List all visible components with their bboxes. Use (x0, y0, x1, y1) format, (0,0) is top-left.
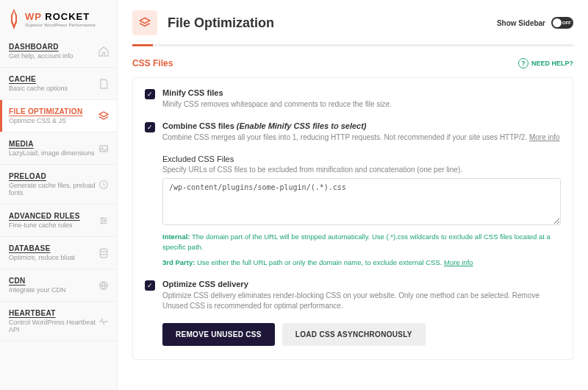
header-layers-icon (132, 10, 157, 35)
database-icon (98, 247, 110, 259)
sidebar: WP ROCKET Superior WordPress Performance… (0, 0, 118, 390)
svg-point-6 (100, 249, 107, 252)
optimize-delivery-checkbox[interactable]: ✓ (145, 280, 155, 291)
sidebar-item-heartbeat[interactable]: HEARTBEATControl WordPress Heartbeat API (0, 302, 117, 341)
heartbeat-icon (98, 316, 110, 327)
logo-rocket: ROCKET (45, 11, 90, 22)
sidebar-item-cdn[interactable]: CDNIntegrate your CDN (0, 269, 117, 302)
logo-wp: WP (25, 11, 42, 22)
sidebar-item-preload[interactable]: PRELOADGenerate cache files, preload fon… (0, 165, 117, 205)
optimize-desc: Optimize CSS delivery eliminates render-… (162, 291, 561, 311)
optimize-title: Optimize CSS delivery (162, 280, 561, 288)
sliders-icon (98, 215, 110, 227)
toggle-switch[interactable]: OFF (551, 17, 573, 29)
load-css-async-button[interactable]: LOAD CSS ASYNCHRONOUSLY (282, 323, 426, 346)
option-optimize-delivery: ✓ Optimize CSS delivery Optimize CSS del… (145, 280, 561, 311)
option-minify-css: ✓ Minify CSS files Minify CSS removes wh… (145, 88, 561, 110)
hint-internal: Internal: The domain part of the URL wil… (162, 232, 561, 253)
option-combine-css: ✓ Combine CSS files (Enable Minify CSS f… (145, 121, 561, 143)
file-icon (98, 78, 110, 90)
section-title: CSS Files (132, 58, 173, 68)
layers-icon (98, 110, 110, 122)
sidebar-item-cache[interactable]: CACHEBasic cache options (0, 68, 117, 100)
tab-indicator (132, 44, 573, 46)
thirdparty-more-info-link[interactable]: More info (444, 258, 473, 266)
minify-css-title: Minify CSS files (162, 88, 561, 97)
excluded-css-textarea[interactable] (162, 178, 561, 225)
combine-css-checkbox[interactable]: ✓ (145, 122, 155, 132)
home-icon (98, 46, 110, 57)
excluded-css-block: Excluded CSS Files Specify URLs of CSS f… (162, 155, 561, 268)
hint-3rd-party: 3rd Party: Use either the full URL path … (162, 258, 561, 268)
clock-icon (98, 179, 110, 191)
sidebar-item-file-optimization[interactable]: FILE OPTIMIZATIONOptimize CSS & JS (0, 100, 117, 132)
svg-point-5 (101, 222, 102, 224)
css-panel: ✓ Minify CSS files Minify CSS removes wh… (132, 77, 573, 360)
combine-more-info-link[interactable]: More info (529, 133, 560, 141)
remove-unused-css-button[interactable]: REMOVE UNUSED CSS (162, 323, 275, 346)
excluded-desc: Specify URLs of CSS files to be excluded… (162, 166, 561, 174)
main: File Optimization Show Sidebar OFF CSS F… (118, 0, 588, 390)
content: CSS Files ? NEED HELP? ✓ Minify CSS file… (118, 46, 588, 390)
rocket-icon (7, 9, 21, 29)
minify-css-checkbox[interactable]: ✓ (145, 89, 155, 99)
minify-css-desc: Minify CSS removes whitespace and commen… (162, 99, 561, 110)
logo-tagline: Superior WordPress Performance (25, 23, 96, 27)
svg-point-4 (104, 220, 106, 221)
combine-css-desc: Combine CSS merges all your files into 1… (162, 132, 561, 143)
page-header: File Optimization Show Sidebar OFF (118, 0, 588, 35)
globe-icon (98, 280, 110, 291)
sidebar-item-dashboard[interactable]: DASHBOARDGet help, account info (0, 35, 117, 68)
logo: WP ROCKET Superior WordPress Performance (0, 0, 117, 35)
page-title: File Optimization (168, 15, 487, 31)
excluded-title: Excluded CSS Files (162, 155, 561, 163)
images-icon (98, 143, 110, 155)
sidebar-item-advanced-rules[interactable]: ADVANCED RULESFine-tune cache rules (0, 205, 117, 237)
help-icon: ? (518, 58, 528, 68)
need-help-link[interactable]: ? NEED HELP? (518, 58, 573, 68)
svg-point-3 (101, 217, 103, 219)
show-sidebar-toggle[interactable]: Show Sidebar OFF (497, 17, 573, 29)
sidebar-item-media[interactable]: MEDIALazyLoad, image dimensions (0, 132, 117, 165)
nav: DASHBOARDGet help, account info CACHEBas… (0, 35, 117, 390)
sidebar-item-database[interactable]: DATABASEOptimize, reduce bloat (0, 237, 117, 269)
combine-css-title: Combine CSS files (Enable Minify CSS fil… (162, 121, 561, 130)
